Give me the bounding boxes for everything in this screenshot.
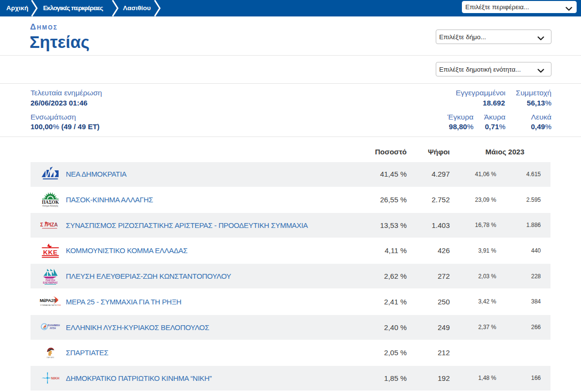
svg-text:ΣΠΑΡΤΙΑΤΕΣ: ΣΠΑΡΤΙΑΤΕΣ xyxy=(46,356,54,358)
svg-text:ΠΑΣΟΚ: ΠΑΣΟΚ xyxy=(42,199,59,204)
svg-text:ΝΙΚΗ: ΝΙΚΗ xyxy=(51,377,60,380)
svg-text:ΕΛΛΗΝΙΚΗ: ΕΛΛΗΝΙΚΗ xyxy=(48,324,60,327)
svg-text:Κίνημα Αλλαγής: Κίνημα Αλλαγής xyxy=(43,204,59,207)
svg-text:MέPA25: MέPA25 xyxy=(40,298,56,303)
svg-text:KKE: KKE xyxy=(43,248,58,256)
svg-text:ΛΥΣΗ: ΛΥΣΗ xyxy=(50,327,56,330)
svg-text:ΣΥΡΙΖΑ: ΣΥΡΙΖΑ xyxy=(40,222,58,227)
svg-text:ΕΛΕΥΘΕΡΙΑΣ: ΕΛΕΥΘΕΡΙΑΣ xyxy=(43,281,58,284)
svg-text:ΣΥΜΜΑΧΙΑ ΓΙΑ ΤΗ ΡΗΞΗ: ΣΥΜΜΑΧΙΑ ΓΙΑ ΤΗ ΡΗΞΗ xyxy=(40,304,61,306)
